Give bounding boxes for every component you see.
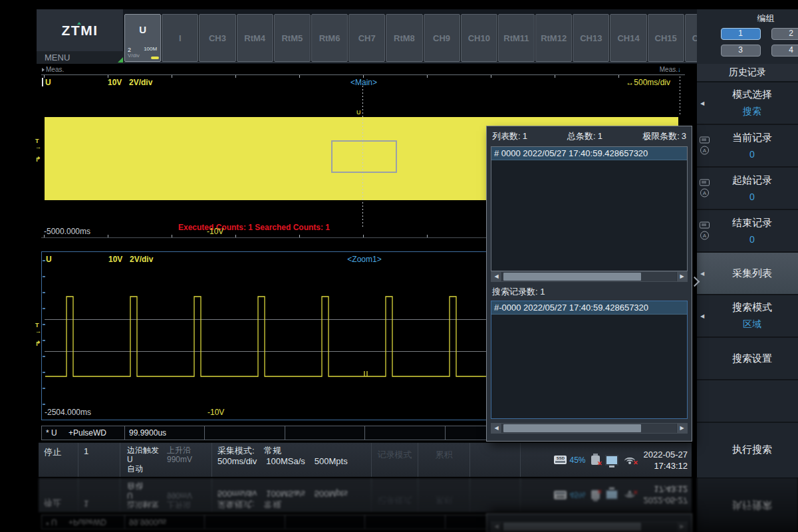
group-button-4[interactable]: 4 [771, 45, 798, 57]
ground-level-icon: ↱ [35, 340, 42, 346]
vdiv-label: 2V/div [130, 255, 153, 264]
group-panel: 编组 1234 [697, 9, 798, 64]
acquisition-cell: 采集模式:常规 500ms/div100MSa/s500Mpts [212, 443, 372, 477]
sidebar-item-current-record[interactable]: A当前记录0 [697, 125, 798, 168]
top-bar: ZTMI MENU U2V/div100MICH3RtM4RtM5RtM6CH7… [37, 9, 798, 64]
time-label: 17:43:12 [644, 460, 688, 471]
trigger-source-mark: U [356, 109, 361, 116]
scrollbar-thumb[interactable] [503, 273, 641, 281]
measure-item-cell: * U +PulseWD [42, 426, 125, 440]
channel-label: U [45, 78, 51, 87]
jog-dial-icon: A [700, 231, 709, 240]
channel-tab-rtm4[interactable]: RtM4 [237, 14, 273, 62]
channel-tab-ch9[interactable]: CH9 [424, 14, 460, 62]
measure-type: +PulseWD [68, 428, 106, 438]
measure-value-cell: 99.9900us [125, 426, 205, 440]
oscilloscope-screen: ZTMI MENU U2V/div100MICH3RtM4RtM5RtM6CH7… [0, 9, 798, 477]
measure-empty-cell [285, 426, 366, 440]
group-button-3[interactable]: 3 [721, 45, 761, 57]
scroll-left-button[interactable]: ◀ [491, 424, 501, 433]
scrollbar-horizontal[interactable]: ◀ ▶ [491, 271, 688, 282]
wifi-icon: ✕ [624, 456, 636, 464]
keypad-icon [700, 137, 710, 144]
spare-cell [470, 443, 521, 477]
volt-left-label: -10V [207, 408, 224, 417]
right-triangle-icon [42, 68, 45, 72]
trigger-type-block: 边沿触发U自动 [127, 446, 159, 473]
sidebar-item-blank [697, 380, 798, 423]
total-count: 总条数:1 [567, 130, 602, 142]
channel-tab-rtm5[interactable]: RtM5 [274, 14, 311, 62]
sidebar-item-search-mode[interactable]: ◀搜索模式区域 [697, 295, 798, 338]
range-label: 10V [108, 255, 122, 264]
menu-label[interactable]: MENU [45, 51, 70, 64]
group-button-2[interactable]: 2 [771, 28, 798, 40]
group-number-cell: 1 [78, 443, 120, 477]
disconnected-x-icon: ✕ [597, 460, 602, 467]
sidebar-item-search-settings[interactable]: 搜索设置 [697, 338, 798, 380]
measure-channel: * U [46, 428, 57, 438]
trigger-level-icon: T→ [35, 323, 42, 334]
limit-count: 极限条数:3 [642, 130, 686, 142]
active-channel-indicator [151, 57, 159, 59]
channel-tab-rtm6[interactable]: RtM6 [311, 14, 348, 62]
channel-label: U [46, 255, 52, 264]
usb-icon: ✕ [591, 456, 600, 465]
trigger-level-icon: T→ [35, 138, 42, 150]
datetime: 2022-05-27 17:43:12 [644, 449, 688, 471]
group-button-1[interactable]: 1 [721, 28, 761, 40]
sidebar-item-mode-select[interactable]: ◀模式选择搜索 [697, 82, 798, 125]
scrollbar-thumb[interactable] [503, 424, 641, 432]
scrollbar-track[interactable] [502, 272, 676, 281]
jog-dial-icon: A [700, 189, 709, 198]
search-record-row[interactable]: #-0000 2022/05/27 17:40:59.428657320 [491, 301, 687, 315]
down-arrow-icon: ↓ [678, 66, 681, 73]
sidebar-item-end-record[interactable]: A结束记录0 [697, 210, 798, 253]
scrollbar-track[interactable] [502, 424, 676, 433]
channel-tab-rtm11[interactable]: RtM11 [498, 14, 535, 62]
list-count: 列表数:1 [492, 130, 527, 142]
left-arrow-icon: ◀ [700, 313, 704, 319]
acquisition-record-row[interactable]: # 0000 2022/05/27 17:40:59.428657320 [491, 147, 687, 160]
channel-tab-rtm8[interactable]: RtM8 [386, 14, 422, 62]
channel-tab-ch15[interactable]: CH15 [648, 14, 684, 62]
search-record-list: #-0000 2022/05/27 17:40:59.428657320 [491, 301, 688, 419]
keypad-icon [700, 222, 710, 229]
brand-logo: ZTMI [62, 23, 98, 39]
sidebar-item-execute-search[interactable]: 执行搜索 [697, 423, 798, 477]
logo-panel: ZTMI [37, 9, 123, 51]
channel-tab-ch13[interactable]: CH13 [573, 14, 609, 62]
scroll-right-button[interactable]: ▶ [677, 272, 687, 281]
keypad-icon [700, 180, 710, 186]
system-icons-cell: SSD 45% ✕ ✕ 2022-05-27 17:43:12 [521, 443, 692, 477]
scroll-left-button[interactable]: ◀ [491, 272, 501, 281]
channel-tab-ch10[interactable]: CH10 [461, 14, 497, 62]
left-arrow-icon: ◀ [700, 271, 704, 277]
trigger-position-line [680, 76, 680, 116]
channel-tab-rtm12[interactable]: RtM12 [535, 14, 572, 62]
scrollbar-horizontal[interactable]: ◀ ▶ [491, 423, 688, 434]
acquisition-list-popup: 列表数:1 总条数:1 极限条数:3 # 0000 2022/05/27 17:… [487, 126, 692, 441]
group-label: 编组 [697, 13, 798, 25]
channel-tab-ch14[interactable]: CH14 [610, 14, 646, 62]
range-label: 10V [108, 78, 122, 87]
volt-left-label: -10V [207, 227, 223, 236]
ground-level-icon: ↱ [35, 156, 42, 162]
channel-tab-u[interactable]: U2V/div100M [124, 14, 161, 62]
sidebar-item-acq-list[interactable]: ◀采集列表 [697, 253, 798, 295]
record-mode-cell: 记录模式 [372, 443, 418, 477]
reflection-shade [0, 477, 798, 532]
menu-corner-icon [118, 57, 123, 63]
meas-right-label: Meas.↓ [660, 66, 681, 73]
date-label: 2022-05-27 [644, 449, 688, 460]
search-zone-rect[interactable] [331, 140, 397, 173]
scroll-right-button[interactable]: ▶ [677, 424, 687, 433]
channel-tab-ch7[interactable]: CH7 [348, 14, 385, 62]
zoom-trigger-markers: T→↱ [35, 323, 42, 346]
screen-reflection: ZTMI MENU U2V/div100MICH3RtM4RtM5RtM6CH7… [0, 477, 798, 532]
time-left-label: -2504.000ms [45, 408, 91, 417]
sidebar-item-start-record[interactable]: A起始记录0 [697, 168, 798, 210]
menu-bar[interactable]: MENU [37, 51, 124, 64]
channel-tab-ch3[interactable]: CH3 [199, 14, 235, 62]
channel-tab-i[interactable]: I [162, 14, 198, 62]
